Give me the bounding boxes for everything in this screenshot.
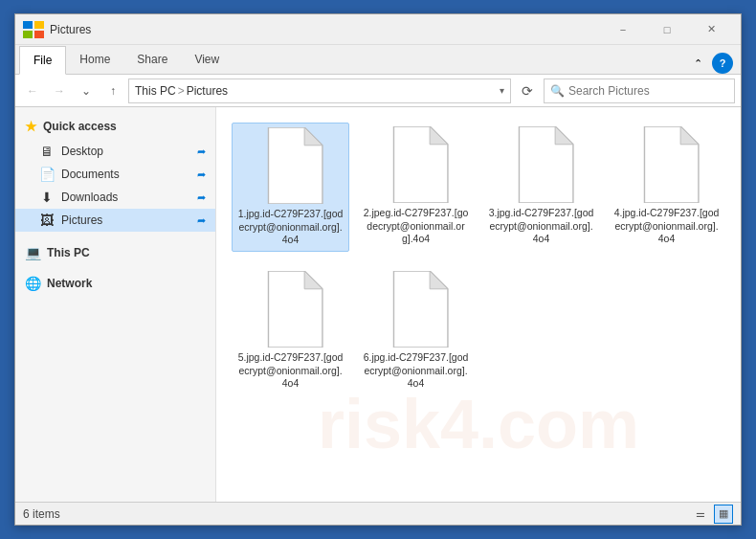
sidebar-item-downloads-label: Downloads	[61, 191, 118, 204]
window-title: Pictures	[50, 23, 601, 36]
downloads-icon: ⬇	[38, 190, 56, 205]
path-pictures: Pictures	[187, 84, 228, 98]
file-icon-file2	[383, 126, 450, 203]
file-area: risk4.com 1.jpg.id-C279F237.[godecrypt@o…	[216, 107, 741, 502]
pin-icon-desktop: ➦	[197, 146, 206, 158]
path-this-pc: This PC	[135, 84, 176, 98]
status-bar: 6 items ⚌ ▦	[15, 502, 741, 525]
forward-button[interactable]: →	[48, 79, 71, 102]
file-item-file2[interactable]: 2.jpeg.id-C279F237.[godecrypt@onionmail.…	[357, 123, 475, 252]
sidebar-quick-access[interactable]: ★ Quick access	[15, 113, 215, 136]
file-icon-file6	[383, 271, 450, 348]
search-input[interactable]	[568, 84, 728, 98]
ribbon: File Home Share View ⌃ ?	[15, 45, 741, 75]
grid-view-button[interactable]: ▦	[714, 505, 733, 524]
desktop-icon: 🖥	[38, 144, 56, 159]
svg-marker-15	[430, 271, 448, 289]
svg-marker-13	[304, 271, 322, 289]
svg-marker-7	[430, 126, 448, 145]
list-view-button[interactable]: ⚌	[691, 505, 710, 524]
minimize-button[interactable]: −	[601, 14, 645, 45]
file-item-file4[interactable]: 4.jpg.id-C279F237.[godecrypt@onionmail.o…	[608, 123, 725, 252]
sidebar-item-pictures[interactable]: 🖼 Pictures ➦	[15, 209, 215, 232]
file-name-file4: 4.jpg.id-C279F237.[godecrypt@onionmail.o…	[614, 207, 720, 246]
refresh-button[interactable]: ⟳	[515, 79, 540, 103]
close-button[interactable]: ✕	[689, 14, 733, 45]
file-name-file3: 3.jpg.id-C279F237.[godecrypt@onionmail.o…	[489, 207, 594, 246]
pin-icon-pictures: ➦	[197, 214, 206, 227]
sidebar-item-documents[interactable]: 📄 Documents ➦	[15, 163, 215, 186]
ribbon-right: ⌃ ?	[687, 53, 737, 74]
file-name-file6: 6.jpg.id-C279F237.[godecrypt@onionmail.o…	[364, 351, 469, 391]
svg-marker-11	[680, 126, 699, 145]
file-icon-file5	[257, 271, 324, 348]
item-count: 6 items	[23, 507, 60, 521]
search-box: 🔍	[544, 79, 735, 103]
maximize-button[interactable]: □	[645, 14, 689, 45]
svg-marker-5	[304, 127, 322, 146]
tab-home[interactable]: Home	[66, 45, 123, 74]
address-path[interactable]: This PC > Pictures ▾	[128, 79, 511, 103]
explorer-window: Pictures − □ ✕ File Home Share View ⌃ ? …	[14, 13, 742, 526]
main-content: ★ Quick access 🖥 Desktop ➦ 📄 Documents ➦…	[15, 107, 741, 502]
computer-icon: 💻	[25, 245, 41, 260]
svg-rect-1	[34, 21, 44, 29]
file-name-file1: 1.jpg.id-C279F237.[godecrypt@onionmail.o…	[238, 208, 344, 247]
svg-rect-2	[23, 31, 33, 38]
back-button[interactable]: ←	[21, 79, 44, 102]
title-bar: Pictures − □ ✕	[15, 14, 741, 45]
sidebar: ★ Quick access 🖥 Desktop ➦ 📄 Documents ➦…	[15, 107, 216, 502]
sidebar-item-pictures-label: Pictures	[61, 213, 102, 227]
network-label: Network	[47, 277, 92, 290]
address-bar: ← → ⌄ ↑ This PC > Pictures ▾ ⟳ 🔍	[15, 75, 741, 107]
file-item-file5[interactable]: 5.jpg.id-C279F237.[godecrypt@onionmail.o…	[232, 267, 349, 394]
file-icon-file3	[508, 126, 575, 203]
recent-locations-button[interactable]: ⌄	[75, 79, 98, 102]
network-icon: 🌐	[25, 276, 41, 291]
up-button[interactable]: ↑	[101, 79, 124, 102]
sidebar-item-documents-label: Documents	[61, 168, 120, 181]
documents-icon: 📄	[38, 167, 56, 182]
search-icon: 🔍	[550, 84, 565, 98]
tab-share[interactable]: Share	[123, 45, 181, 74]
file-icon-file4	[634, 126, 700, 203]
star-icon: ★	[25, 119, 37, 134]
svg-marker-9	[555, 126, 573, 145]
pin-icon-documents: ➦	[197, 168, 206, 181]
tab-file[interactable]: File	[19, 46, 66, 75]
sidebar-item-desktop-label: Desktop	[61, 145, 103, 158]
sidebar-quick-access-items: 🖥 Desktop ➦ 📄 Documents ➦ ⬇ Downloads ➦ …	[15, 140, 215, 232]
file-grid: 1.jpg.id-C279F237.[godecrypt@onionmail.o…	[226, 117, 731, 400]
sidebar-item-desktop[interactable]: 🖥 Desktop ➦	[15, 140, 215, 163]
window-controls: − □ ✕	[601, 14, 733, 45]
sidebar-this-pc[interactable]: 💻 This PC	[15, 239, 215, 262]
file-name-file2: 2.jpeg.id-C279F237.[godecrypt@onionmail.…	[364, 207, 469, 246]
path-separator-1: >	[178, 84, 185, 98]
path-dropdown-icon[interactable]: ▾	[500, 85, 504, 96]
ribbon-tabs: File Home Share View ⌃ ?	[15, 45, 741, 74]
quick-access-label: Quick access	[43, 120, 117, 133]
file-item-file3[interactable]: 3.jpg.id-C279F237.[godecrypt@onionmail.o…	[482, 123, 600, 252]
file-item-file6[interactable]: 6.jpg.id-C279F237.[godecrypt@onionmail.o…	[357, 267, 475, 394]
window-icon	[23, 21, 44, 38]
help-button[interactable]: ?	[712, 53, 733, 74]
pictures-icon: 🖼	[38, 213, 56, 228]
sidebar-network[interactable]: 🌐 Network	[15, 270, 215, 293]
file-name-file5: 5.jpg.id-C279F237.[godecrypt@onionmail.o…	[238, 351, 344, 391]
svg-rect-3	[34, 31, 44, 38]
file-icon-file1	[257, 127, 324, 204]
file-item-file1[interactable]: 1.jpg.id-C279F237.[godecrypt@onionmail.o…	[232, 123, 349, 252]
this-pc-label: This PC	[47, 246, 90, 259]
svg-rect-0	[23, 21, 33, 29]
view-controls: ⚌ ▦	[691, 505, 733, 524]
tab-view[interactable]: View	[181, 45, 233, 74]
pin-icon-downloads: ➦	[197, 191, 206, 204]
ribbon-collapse-button[interactable]: ⌃	[687, 53, 708, 74]
sidebar-item-downloads[interactable]: ⬇ Downloads ➦	[15, 186, 215, 209]
